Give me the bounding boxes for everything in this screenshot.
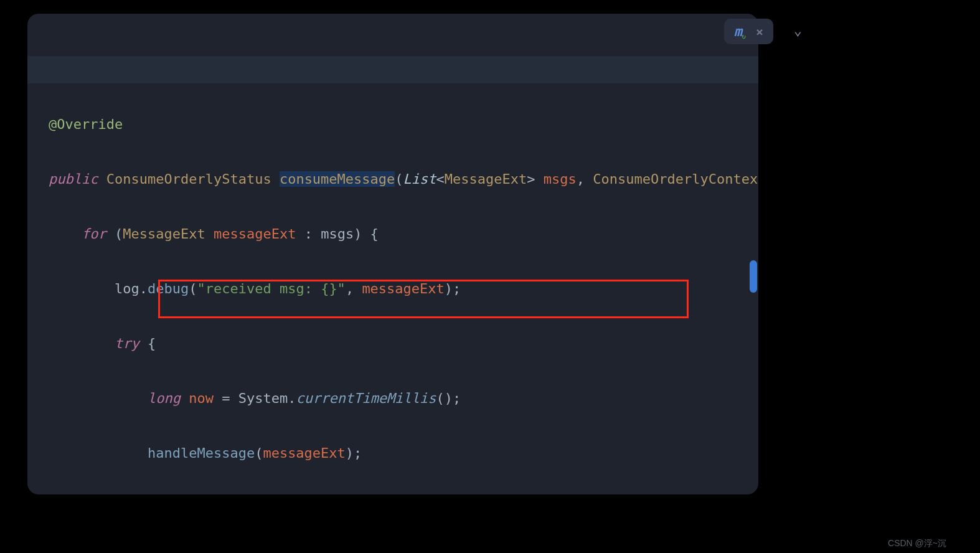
- keyword: for: [82, 226, 106, 242]
- annotation: @Override: [49, 116, 123, 132]
- code-line: for (MessageExt messageExt : msgs) {: [49, 220, 758, 248]
- code-editor-window: @Override public ConsumeOrderlyStatus co…: [27, 14, 758, 494]
- type: MessageExt: [123, 226, 205, 242]
- code-line: @Override: [49, 111, 758, 138]
- code-line: long now = System.currentTimeMillis();: [49, 385, 758, 412]
- type: ConsumeOrderlyContext: [593, 171, 758, 187]
- m-logo-icon[interactable]: m ↻: [734, 24, 742, 39]
- keyword: long: [148, 390, 181, 406]
- keyword: try: [115, 336, 139, 351]
- type: ConsumeOrderlyStatus: [106, 171, 271, 187]
- type: MessageExt: [445, 171, 527, 187]
- watermark: CSDN @浮~沉: [888, 538, 946, 549]
- param: msgs: [544, 171, 577, 187]
- code-line: handleMessage(messageExt);: [49, 440, 758, 467]
- code-line: log.debug("received msg: {}", messageExt…: [49, 275, 758, 303]
- code-line: try {: [49, 330, 758, 357]
- method-name-selected[interactable]: consumeMessage: [280, 171, 395, 187]
- method-call: debug: [148, 281, 189, 296]
- refresh-icon: ↻: [742, 32, 746, 40]
- var: messageExt: [214, 226, 296, 242]
- inline-toolbar: m ↻ ×: [724, 19, 773, 44]
- close-icon[interactable]: ×: [756, 24, 763, 39]
- method-call: handleMessage: [148, 445, 255, 461]
- chevron-down-icon[interactable]: ⌄: [794, 22, 802, 38]
- code-area[interactable]: @Override public ConsumeOrderlyStatus co…: [27, 14, 758, 494]
- type: List: [403, 171, 436, 187]
- method-call: currentTimeMillis: [296, 390, 436, 406]
- code-line: public ConsumeOrderlyStatus consumeMessa…: [49, 166, 758, 193]
- keyword: public: [49, 171, 98, 187]
- string: "received msg: {}": [197, 281, 345, 296]
